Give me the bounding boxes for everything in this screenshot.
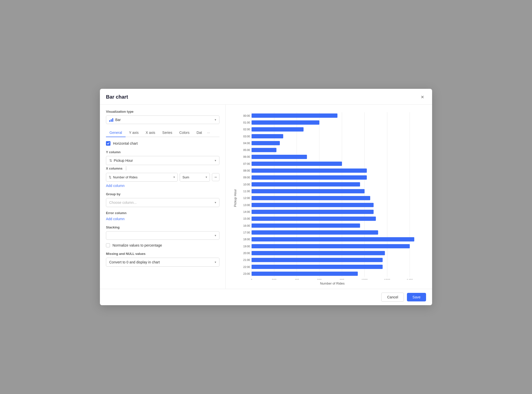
missing-value: Convert to 0 and display in chart <box>109 260 160 264</box>
modal-footer: Cancel Save <box>100 289 432 305</box>
svg-rect-25 <box>252 141 280 145</box>
svg-rect-63 <box>252 271 358 276</box>
bar-chart-svg: 020040060080010001200140000:0001:0002:00… <box>239 110 426 280</box>
svg-rect-57 <box>252 251 385 255</box>
svg-rect-41 <box>252 196 370 200</box>
svg-rect-61 <box>252 265 383 269</box>
svg-text:00:00: 00:00 <box>243 114 250 117</box>
x-axis-label: Number of Rides <box>239 280 426 286</box>
horizontal-chart-checkbox[interactable] <box>106 141 110 146</box>
viz-type-select[interactable]: Bar ▾ <box>106 115 219 124</box>
svg-rect-49 <box>252 223 360 228</box>
svg-rect-37 <box>252 182 360 186</box>
svg-text:17:00: 17:00 <box>243 231 250 234</box>
normalize-label: Normalize values to percentage <box>112 243 162 247</box>
agg-value: Sum <box>182 175 189 179</box>
horizontal-chart-label: Horizontal chart <box>113 141 138 145</box>
cancel-button[interactable]: Cancel <box>381 293 404 302</box>
viz-type-chevron-icon: ▾ <box>215 118 216 122</box>
stacking-select[interactable]: ▾ <box>106 231 219 240</box>
y-column-value: Pickup Hour <box>114 159 133 163</box>
svg-rect-51 <box>252 230 378 234</box>
svg-rect-59 <box>252 258 383 262</box>
svg-rect-27 <box>252 148 277 152</box>
svg-text:19:00: 19:00 <box>243 245 250 248</box>
chart-container: Pickup Hour 020040060080010001200140000:… <box>232 110 426 286</box>
x-col-icon: ⇅ <box>109 175 111 179</box>
save-button[interactable]: Save <box>407 293 426 301</box>
chart-area: Pickup Hour 020040060080010001200140000:… <box>232 110 426 286</box>
horizontal-chart-row: Horizontal chart <box>106 141 219 146</box>
tab-more[interactable]: ··· <box>206 129 212 137</box>
svg-text:20:00: 20:00 <box>243 252 250 255</box>
bar-chart-modal: Bar chart × Visualization type Bar <box>100 89 432 305</box>
svg-rect-17 <box>252 113 337 118</box>
add-error-column-link[interactable]: Add column <box>106 217 219 221</box>
group-by-select[interactable]: Choose column... ▾ <box>106 198 219 207</box>
y-column-select[interactable]: ⇅ Pickup Hour ▾ <box>106 156 219 165</box>
svg-text:16:00: 16:00 <box>243 224 250 227</box>
y-axis-label: Pickup Hour <box>232 110 239 286</box>
missing-chevron-icon: ▾ <box>215 260 216 264</box>
svg-rect-53 <box>252 237 414 242</box>
svg-text:21:00: 21:00 <box>243 258 250 261</box>
svg-rect-43 <box>252 203 374 207</box>
svg-text:07:00: 07:00 <box>243 162 250 165</box>
svg-rect-21 <box>252 127 304 132</box>
svg-text:05:00: 05:00 <box>243 148 250 151</box>
svg-text:03:00: 03:00 <box>243 135 250 138</box>
svg-text:11:00: 11:00 <box>243 190 250 193</box>
x-columns-label: X columns <box>106 167 123 170</box>
close-button[interactable]: × <box>419 93 426 101</box>
x-columns-dots-icon[interactable]: ⋮ <box>124 166 128 171</box>
svg-rect-31 <box>252 162 342 166</box>
stacking-chevron-icon: ▾ <box>215 234 216 237</box>
modal-header: Bar chart × <box>100 89 432 105</box>
right-panel: Pickup Hour 020040060080010001200140000:… <box>226 105 432 289</box>
x-column-select[interactable]: ⇅ Number of Rides ▾ <box>106 173 178 182</box>
tab-general[interactable]: General <box>106 129 126 137</box>
svg-text:23:00: 23:00 <box>243 272 250 275</box>
tab-y-axis[interactable]: Y axis <box>126 129 142 137</box>
add-x-column-link[interactable]: Add column <box>106 184 219 188</box>
agg-select[interactable]: Sum ▾ <box>180 173 210 182</box>
svg-rect-29 <box>252 155 307 159</box>
x-column-value: Number of Rides <box>113 175 138 179</box>
svg-text:01:00: 01:00 <box>243 121 250 124</box>
svg-text:02:00: 02:00 <box>243 128 250 131</box>
remove-x-column-button[interactable]: − <box>212 173 219 181</box>
y-column-chevron-icon: ▾ <box>215 159 216 162</box>
missing-null-select[interactable]: Convert to 0 and display in chart ▾ <box>106 258 219 267</box>
svg-text:15:00: 15:00 <box>243 217 250 220</box>
x-column-row: ⇅ Number of Rides ▾ Sum ▾ − <box>106 173 219 182</box>
left-panel: Visualization type Bar ▾ General <box>100 105 226 289</box>
svg-rect-23 <box>252 134 283 138</box>
normalize-checkbox[interactable] <box>106 243 110 247</box>
svg-rect-47 <box>252 217 376 221</box>
tab-x-axis[interactable]: X axis <box>142 129 159 137</box>
svg-rect-45 <box>252 210 374 214</box>
svg-text:08:00: 08:00 <box>243 169 250 172</box>
viz-type-label: Visualization type <box>106 110 219 113</box>
svg-rect-55 <box>252 244 410 248</box>
tab-dat[interactable]: Dat <box>193 129 206 137</box>
svg-text:10:00: 10:00 <box>243 183 250 186</box>
settings-tabs: General Y axis X axis Series Colors Dat … <box>106 129 219 137</box>
tab-series[interactable]: Series <box>159 129 176 137</box>
y-column-label: Y column <box>106 150 219 154</box>
group-by-label: Group by <box>106 192 219 196</box>
bar-chart-icon <box>109 118 113 122</box>
svg-text:12:00: 12:00 <box>243 196 250 200</box>
error-column-label: Error column <box>106 211 219 215</box>
x-columns-header: X columns ⋮ <box>106 166 219 171</box>
group-by-chevron-icon: ▾ <box>215 201 216 204</box>
stacking-label: Stacking <box>106 225 219 229</box>
missing-null-label: Missing and NULL values <box>106 252 219 256</box>
normalize-row: Normalize values to percentage <box>106 243 219 247</box>
modal-title: Bar chart <box>106 94 128 100</box>
svg-text:04:00: 04:00 <box>243 142 250 145</box>
x-col-chevron-icon: ▾ <box>173 175 175 179</box>
agg-chevron-icon: ▾ <box>206 175 207 179</box>
tab-colors[interactable]: Colors <box>176 129 193 137</box>
svg-rect-19 <box>252 120 319 125</box>
